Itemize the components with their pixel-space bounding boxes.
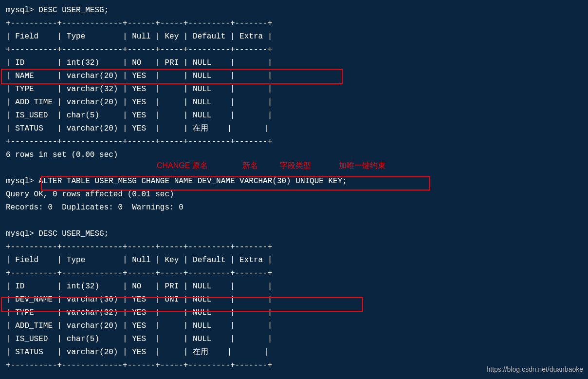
- mysql-prompt: mysql>: [6, 177, 38, 186]
- alter-statement: ALTER TABLE USER_MESG CHANGE NAME DEV_NA…: [38, 177, 347, 186]
- table-header-row: | Field | Type | Null | Key | Default | …: [6, 30, 582, 43]
- annotation-fieldtype: 字段类型: [280, 159, 311, 172]
- table-border: +----------+-------------+------+-----+-…: [6, 241, 582, 254]
- watermark: https://blog.csdn.net/duanbaoke: [487, 363, 583, 376]
- table-border: +----------+-------------+------+-----+-…: [6, 267, 582, 280]
- table-row: | TYPE | varchar(32) | YES | | NULL | |: [6, 306, 582, 320]
- table-row: | ID | int(32) | NO | PRI | NULL | |: [6, 57, 582, 70]
- table-row: | ID | int(32) | NO | PRI | NULL | |: [6, 280, 582, 293]
- mysql-alter-line: mysql> ALTER TABLE USER_MESG CHANGE NAME…: [6, 175, 582, 188]
- table-row: | STATUS | varchar(20) | YES | | 在用 | |: [6, 122, 582, 135]
- mysql-prompt-line: mysql> DESC USER_MESG;: [6, 227, 582, 241]
- table-row: | IS_USED | char(5) | YES | | NULL | |: [6, 333, 582, 346]
- annotation-newname: 新名: [242, 159, 258, 172]
- table-border: +----------+-------------+------+-----+-…: [6, 17, 582, 30]
- mysql-prompt-line: mysql> DESC USER_MESG;: [6, 4, 582, 17]
- annotation-change: CHANGE 原名: [157, 159, 208, 172]
- table-row: | IS_USED | char(5) | YES | | NULL | |: [6, 109, 582, 122]
- blank-line: [6, 214, 582, 227]
- records-line: Records: 0 Duplicates: 0 Warnings: 0: [6, 201, 582, 214]
- query-ok-line: Query OK, 0 rows affected (0.01 sec): [6, 188, 582, 201]
- table-row: | ADD_TIME | varchar(20) | YES | | NULL …: [6, 320, 582, 333]
- table-header-row: | Field | Type | Null | Key | Default | …: [6, 254, 582, 267]
- table-row: | TYPE | varchar(32) | YES | | NULL | |: [6, 83, 582, 96]
- table-row: | NAME | varchar(20) | YES | | NULL | |: [6, 70, 582, 83]
- table-row: | ADD_TIME | varchar(20) | YES | | NULL …: [6, 96, 582, 109]
- table-row: | DEV_NAME | varchar(30) | YES | UNI | N…: [6, 293, 582, 306]
- table-border: +----------+-------------+------+-----+-…: [6, 43, 582, 57]
- table-border: +----------+-------------+------+-----+-…: [6, 135, 582, 149]
- annotation-uniquekey: 加唯一键约束: [339, 159, 386, 172]
- table-row: | STATUS | varchar(20) | YES | | 在用 | |: [6, 346, 582, 359]
